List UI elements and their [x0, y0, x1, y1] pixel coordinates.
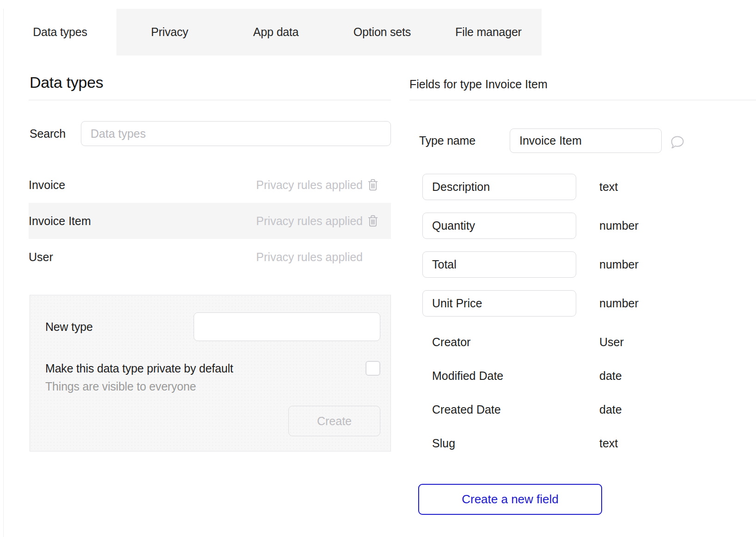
tab-bar: Data types Privacy App data Option sets … — [4, 9, 542, 55]
data-tab-page: Data types Privacy App data Option sets … — [0, 0, 756, 537]
right-divider — [409, 100, 756, 100]
field-type: number — [599, 297, 639, 310]
panel-left-border — [3, 9, 4, 537]
type-row-invoice[interactable]: Invoice Privacy rules applied — [29, 167, 391, 203]
tab-label: File manager — [455, 25, 522, 39]
field-type: date — [599, 369, 622, 383]
tab-data-types[interactable]: Data types — [4, 9, 116, 55]
field-name-modified-date: Modified Date — [432, 369, 503, 383]
field-name: Description — [432, 180, 490, 194]
field-name: Total — [432, 258, 457, 271]
tab-label: Privacy — [151, 25, 189, 39]
page-title: Data types — [30, 73, 104, 92]
tab-label: Data types — [33, 25, 87, 39]
create-type-button-label: Create — [317, 415, 352, 428]
comment-bubble-icon[interactable] — [670, 135, 685, 151]
tab-app-data[interactable]: App data — [223, 9, 329, 55]
field-type: number — [599, 258, 639, 271]
field-name-slug: Slug — [432, 437, 455, 450]
type-name: User — [29, 250, 53, 264]
privacy-status: Privacy rules applied — [256, 214, 363, 228]
trash-icon[interactable] — [367, 179, 378, 191]
tab-label: App data — [253, 25, 299, 39]
field-name: Unit Price — [432, 297, 482, 310]
field-input-description[interactable]: Description — [422, 174, 576, 200]
left-divider — [29, 100, 391, 100]
tab-label: Option sets — [354, 25, 411, 39]
privacy-status: Privacy rules applied — [256, 250, 363, 264]
type-row-invoice-item[interactable]: Invoice Item Privacy rules applied — [29, 203, 391, 239]
type-row-user[interactable]: User Privacy rules applied — [29, 239, 391, 275]
search-input[interactable] — [81, 121, 391, 146]
type-name: Invoice — [29, 178, 65, 192]
create-new-field-label: Create a new field — [462, 492, 559, 506]
search-label: Search — [30, 127, 66, 140]
field-name: Quantity — [432, 219, 475, 232]
new-type-label: New type — [45, 320, 93, 334]
field-type: User — [599, 336, 624, 349]
field-input-unit-price[interactable]: Unit Price — [422, 290, 576, 317]
field-name-creator: Creator — [432, 336, 470, 349]
trash-icon[interactable] — [367, 215, 378, 227]
type-name: Invoice Item — [29, 214, 91, 228]
field-type: number — [599, 219, 639, 232]
field-input-quantity[interactable]: Quantity — [422, 213, 576, 239]
field-type: text — [599, 437, 618, 450]
new-type-input[interactable] — [194, 312, 380, 341]
tab-file-manager[interactable]: File manager — [435, 9, 542, 55]
create-type-button[interactable]: Create — [288, 406, 380, 436]
tab-privacy[interactable]: Privacy — [116, 9, 223, 55]
field-name-created-date: Created Date — [432, 403, 501, 416]
private-by-default-label: Make this data type private by default — [45, 362, 233, 375]
field-type: date — [599, 403, 622, 416]
new-type-panel: New type Make this data type private by … — [30, 295, 391, 452]
create-new-field-button[interactable]: Create a new field — [418, 484, 602, 515]
tab-option-sets[interactable]: Option sets — [329, 9, 435, 55]
type-name-label: Type name — [419, 134, 476, 147]
private-by-default-checkbox[interactable] — [366, 361, 380, 376]
fields-panel-title: Fields for type Invoice Item — [409, 78, 548, 91]
field-type: text — [599, 180, 618, 194]
field-input-total[interactable]: Total — [422, 251, 576, 278]
type-name-input[interactable] — [510, 128, 662, 153]
privacy-status: Privacy rules applied — [256, 178, 363, 192]
private-hint: Things are visible to everyone — [45, 380, 196, 393]
